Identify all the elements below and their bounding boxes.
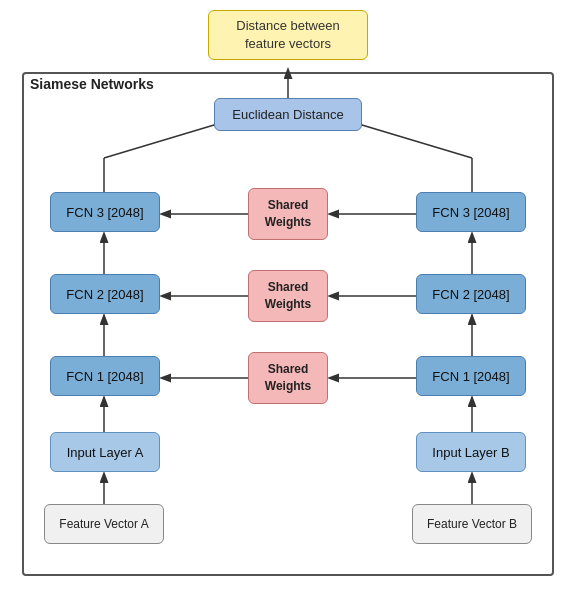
left-fcn3: FCN 3 [2048] — [50, 192, 160, 232]
right-input: Input Layer B — [416, 432, 526, 472]
left-fcn1: FCN 1 [2048] — [50, 356, 160, 396]
shared-weights-3-label: Shared Weights — [265, 197, 311, 231]
euclidean-box: Euclidean Distance — [214, 98, 362, 131]
shared-weights-2: Shared Weights — [248, 270, 328, 322]
diagram-wrapper: Distance between feature vectors Siamese… — [0, 0, 576, 590]
shared-weights-2-label: Shared Weights — [265, 279, 311, 313]
right-feature: Feature Vector B — [412, 504, 532, 544]
shared-weights-1: Shared Weights — [248, 352, 328, 404]
left-fcn2: FCN 2 [2048] — [50, 274, 160, 314]
euclidean-label: Euclidean Distance — [232, 107, 343, 122]
siamese-border — [22, 72, 554, 576]
shared-weights-1-label: Shared Weights — [265, 361, 311, 395]
siamese-label: Siamese Networks — [30, 76, 154, 92]
right-fcn1: FCN 1 [2048] — [416, 356, 526, 396]
left-feature: Feature Vector A — [44, 504, 164, 544]
distance-label: Distance between feature vectors — [236, 17, 339, 53]
left-input: Input Layer A — [50, 432, 160, 472]
distance-output-box: Distance between feature vectors — [208, 10, 368, 60]
shared-weights-3: Shared Weights — [248, 188, 328, 240]
right-fcn3: FCN 3 [2048] — [416, 192, 526, 232]
right-fcn2: FCN 2 [2048] — [416, 274, 526, 314]
